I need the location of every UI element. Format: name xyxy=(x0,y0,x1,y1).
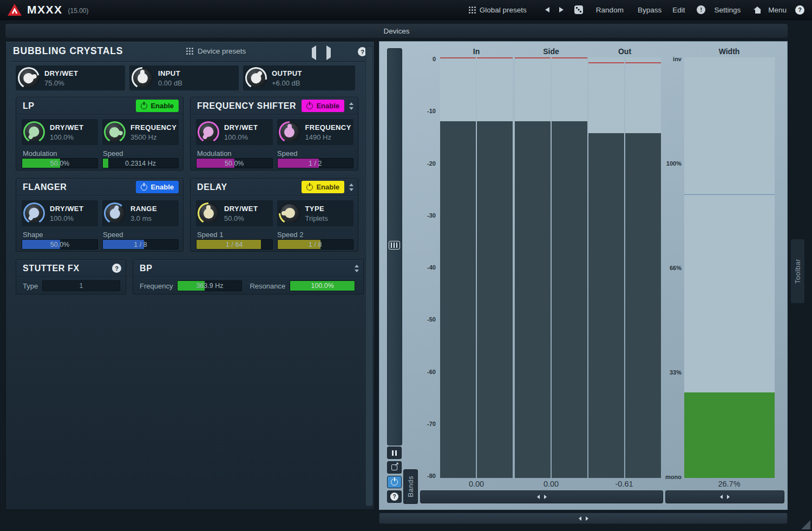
power-icon xyxy=(306,103,313,109)
output-knob[interactable] xyxy=(245,67,267,89)
device-presets-button[interactable]: Device presets xyxy=(186,47,246,55)
meter-zoom-scrollbar[interactable] xyxy=(420,490,663,503)
section-header: FREQUENCY SHIFTER Enable xyxy=(191,97,358,115)
chevron-down-icon xyxy=(355,270,359,272)
device-prev-button[interactable] xyxy=(312,48,316,58)
popout-button[interactable] xyxy=(387,461,402,474)
dry-wet-control[interactable]: DRY/WET 50.0% xyxy=(196,200,273,226)
home-icon xyxy=(754,6,762,14)
section-stepper[interactable] xyxy=(349,183,353,191)
resize-handle[interactable] xyxy=(801,520,810,529)
frequency-knob[interactable] xyxy=(279,121,300,143)
fx-section-delay: DELAY Enable DRY/WET 50.0% TYPE Triplets… xyxy=(190,178,358,252)
speed-slider[interactable]: 1 / 2 xyxy=(277,158,354,168)
section-header: FLANGER Enable xyxy=(16,179,183,196)
edit-button[interactable]: Edit xyxy=(672,6,685,14)
dry-wet-knob[interactable] xyxy=(18,67,40,89)
speed-slider[interactable]: 0.2314 Hz xyxy=(102,158,179,168)
meter-settings-icon[interactable] xyxy=(389,241,400,250)
menu-button[interactable]: Menu xyxy=(768,6,787,14)
power-icon xyxy=(141,184,147,191)
section-header: LP Enable xyxy=(16,97,183,115)
range-knob[interactable] xyxy=(104,202,126,224)
width-scale: inv 100% 66% 33% mono xyxy=(656,56,682,480)
speed1-slider[interactable]: 1 / 64 xyxy=(196,239,273,250)
section-help-button[interactable]: ? xyxy=(112,264,121,273)
range-control[interactable]: RANGE 3.0 ms xyxy=(102,200,179,226)
tab-devices[interactable]: Devices xyxy=(5,24,788,38)
pause-button[interactable] xyxy=(387,447,402,459)
power-icon xyxy=(391,478,398,486)
enable-button[interactable]: Enable xyxy=(302,181,344,193)
help-button[interactable]: ? xyxy=(795,5,804,15)
slider-label: Speed xyxy=(103,149,123,158)
input-knob[interactable] xyxy=(132,67,153,89)
section-stepper[interactable] xyxy=(355,265,359,272)
type-knob[interactable] xyxy=(279,202,300,224)
stutter-type-value[interactable]: 1 xyxy=(42,280,120,291)
section-title: FREQUENCY SHIFTER xyxy=(197,101,296,111)
dry-wet-knob[interactable] xyxy=(198,121,219,143)
width-zoom-scrollbar[interactable] xyxy=(665,490,784,503)
input-control[interactable]: INPUT 0.00 dB xyxy=(129,65,239,90)
dry-wet-knob[interactable] xyxy=(198,202,219,224)
tab-toolbar[interactable]: Toolbar xyxy=(791,239,804,303)
fx-section-flanger: FLANGER Enable DRY/WET 100.0% RANGE 3.0 … xyxy=(16,178,184,252)
dry-wet-knob[interactable] xyxy=(23,202,45,224)
fx-section-lp: LP Enable DRY/WET 100.0% FREQUENCY 3500 … xyxy=(16,97,184,171)
frequency-control[interactable]: FREQUENCY 1490 Hz xyxy=(277,119,354,145)
random-button[interactable]: Random xyxy=(596,6,624,14)
output-control[interactable]: OUTPUT +6.00 dB xyxy=(243,65,355,90)
power-icon xyxy=(306,184,313,191)
shape-slider[interactable]: 50.0% xyxy=(22,239,98,250)
global-presets-button[interactable]: Global presets xyxy=(469,6,527,14)
settings-button[interactable]: Settings xyxy=(714,6,741,14)
randomize-button[interactable] xyxy=(574,5,583,14)
enable-button[interactable]: Enable xyxy=(302,100,344,112)
section-title: FLANGER xyxy=(23,182,67,192)
meter-header-in: In xyxy=(473,47,480,56)
bottom-scrollbar[interactable] xyxy=(379,513,788,524)
type-control[interactable]: TYPE Triplets xyxy=(277,200,354,226)
enable-button[interactable]: Enable xyxy=(136,181,179,193)
in-meter-value: 0.00 xyxy=(469,480,484,488)
bypass-button[interactable]: Bypass xyxy=(638,6,662,14)
side-meter-bar xyxy=(515,57,551,478)
frequency-control[interactable]: FREQUENCY 3500 Hz xyxy=(102,119,179,145)
modulation-slider[interactable]: 50.0% xyxy=(196,158,273,168)
db-scale: 0 -10 -20 -30 -40 -50 -60 -70 -80 xyxy=(412,56,436,479)
pause-icon xyxy=(392,450,397,456)
modulation-slider[interactable]: 50.0% xyxy=(22,158,98,168)
meter-help-button[interactable]: ? xyxy=(387,490,402,503)
app-version: (15.00) xyxy=(68,7,89,15)
dry-wet-control[interactable]: DRY/WET 100.0% xyxy=(22,200,98,226)
in-meter-bar xyxy=(440,57,476,478)
fx-section-stutter: STUTTER FX ? Type 1 xyxy=(16,259,126,294)
meter-header-side: Side xyxy=(543,47,559,56)
prev-preset-button[interactable] xyxy=(545,7,549,12)
section-title: BP xyxy=(140,264,152,273)
speed-slider[interactable]: 1 / 8 xyxy=(102,239,179,250)
dry-wet-control[interactable]: DRY/WET 100.0% xyxy=(22,119,98,145)
section-title: LP xyxy=(23,101,35,111)
slider-label: Modulation xyxy=(197,149,277,158)
main-dry-wet-control[interactable]: DRY/WET 75.0% xyxy=(16,65,125,90)
section-stepper[interactable] xyxy=(349,102,353,110)
presets-grid-icon xyxy=(186,48,193,55)
prev-arrow-icon xyxy=(545,7,549,12)
bp-resonance-slider[interactable]: 100.0% xyxy=(290,280,355,291)
alert-button[interactable]: ! xyxy=(697,5,705,14)
next-preset-button[interactable] xyxy=(559,7,564,12)
frequency-knob[interactable] xyxy=(104,121,126,143)
dry-wet-knob[interactable] xyxy=(23,121,45,143)
device-panel-scrollbar[interactable] xyxy=(365,46,373,506)
tab-bands[interactable]: Bands xyxy=(403,469,418,504)
meter-power-button[interactable] xyxy=(387,476,402,488)
type-label: Type xyxy=(23,282,38,290)
bp-frequency-slider[interactable]: 363.9 Hz xyxy=(177,280,242,291)
home-button[interactable] xyxy=(754,6,762,14)
enable-button[interactable]: Enable xyxy=(136,100,179,112)
device-next-button[interactable] xyxy=(326,48,331,58)
dry-wet-control[interactable]: DRY/WET 100.0% xyxy=(196,119,273,145)
speed2-slider[interactable]: 1 / 8 xyxy=(277,239,354,250)
